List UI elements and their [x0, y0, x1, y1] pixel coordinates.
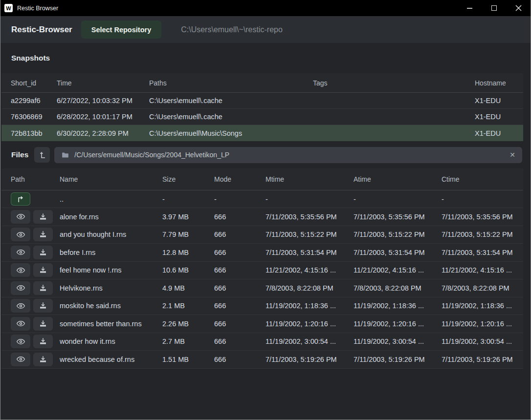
eye-icon: [16, 230, 25, 239]
file-row[interactable]: wrecked because of.rns 1.51 MB 666 7/11/…: [1, 351, 523, 369]
file-mode: 666: [214, 213, 266, 221]
file-atime: 7/11/2003, 5:35:56 PM: [354, 213, 442, 221]
current-path: /C/Users/emuell/Music/Songs/2004_Helveti…: [74, 151, 229, 159]
snapshot-hostname: X1-EDU: [475, 129, 523, 137]
snapshot-time: 6/28/2022, 10:01:17 PM: [57, 113, 149, 121]
file-name: and you thought I.rns: [60, 231, 162, 238]
parent-directory-row[interactable]: .. - - - - -: [1, 190, 523, 208]
eye-icon: [16, 266, 25, 275]
minimize-icon: [467, 8, 472, 9]
file-name: moskito he said.rns: [60, 302, 162, 310]
go-up-button[interactable]: [11, 192, 30, 206]
file-mode: 666: [214, 356, 266, 363]
file-size: 4.9 MB: [162, 284, 214, 292]
snapshot-paths: C:\Users\emuell\.cache: [149, 97, 313, 105]
eye-icon: [16, 283, 25, 293]
file-row[interactable]: wonder how it.rns 2.7 MB 666 11/19/2002,…: [1, 333, 523, 351]
files-column-ctime: Ctime: [442, 175, 523, 183]
files-column-name: Name: [60, 175, 162, 183]
download-icon: [39, 319, 47, 328]
file-mode: 666: [214, 320, 266, 328]
file-row[interactable]: moskito he said.rns 2.1 MB 666 11/19/200…: [1, 297, 523, 315]
file-row[interactable]: and you thought I.rns 7.79 MB 666 7/11/2…: [1, 226, 523, 244]
file-ctime: 11/19/2002, 3:00:54 ...: [442, 337, 523, 345]
file-mode: 666: [214, 266, 266, 274]
preview-file-button[interactable]: [11, 281, 30, 295]
file-atime: 11/19/2002, 3:00:54 ...: [354, 337, 442, 345]
file-atime: 7/11/2003, 5:31:54 PM: [354, 249, 442, 256]
restore-file-button[interactable]: [33, 246, 53, 259]
file-row[interactable]: Helvikone.rns 4.9 MB 666 7/8/2003, 8:22:…: [1, 279, 523, 297]
snapshot-row[interactable]: a2299af6 6/27/2022, 10:03:32 PM C:\Users…: [1, 93, 523, 109]
snapshot-row[interactable]: 72b813bb 6/30/2022, 2:28:09 PM C:\Users\…: [1, 125, 523, 141]
restore-file-button[interactable]: [33, 335, 53, 348]
snapshot-short-id: 72b813bb: [11, 129, 57, 137]
file-size: 2.26 MB: [162, 320, 214, 328]
file-row[interactable]: before I.rns 12.8 MB 666 7/11/2003, 5:31…: [1, 244, 523, 262]
repository-path: C:\Users\emuell\~\restic-repo: [181, 25, 283, 34]
file-size: 10.6 MB: [162, 266, 214, 274]
close-button[interactable]: [506, 0, 531, 16]
download-icon: [39, 248, 47, 257]
file-mtime: 7/11/2003, 5:35:56 PM: [266, 213, 354, 221]
file-atime: 7/11/2003, 5:19:26 PM: [354, 356, 442, 363]
snapshot-time: 6/27/2022, 10:03:32 PM: [57, 97, 149, 105]
preview-file-button[interactable]: [11, 210, 30, 224]
restore-file-button[interactable]: [33, 228, 53, 241]
select-repository-button[interactable]: Select Repository: [81, 21, 162, 39]
app-name: Restic-Browser: [11, 25, 72, 35]
file-mode: 666: [214, 249, 266, 256]
restore-file-button[interactable]: [33, 353, 53, 366]
file-atime: 11/19/2002, 1:20:16 ...: [354, 320, 442, 328]
preview-file-button[interactable]: [11, 335, 30, 348]
file-name: Helvikone.rns: [60, 284, 162, 292]
restore-file-button[interactable]: [33, 299, 53, 313]
download-icon: [39, 355, 47, 364]
file-row[interactable]: feel home now !.rns 10.6 MB 666 11/21/20…: [1, 262, 523, 280]
restore-file-button[interactable]: [33, 317, 53, 331]
file-mode: -: [214, 195, 266, 203]
snapshot-short-id: a2299af6: [11, 97, 57, 105]
download-icon: [39, 337, 47, 346]
snapshot-paths: C:\Users\emuell\Music\Songs: [149, 129, 313, 137]
files-column-path: Path: [11, 175, 60, 183]
restore-file-button[interactable]: [33, 281, 53, 295]
files-header-row: Path Name Size Mode Mtime Atime Ctime: [1, 168, 523, 190]
file-mtime: 7/11/2003, 5:15:22 PM: [266, 231, 354, 238]
file-row[interactable]: sometimes better than.rns 2.26 MB 666 11…: [1, 315, 523, 333]
snapshot-row[interactable]: 76306869 6/28/2022, 10:01:17 PM C:\Users…: [1, 109, 523, 125]
preview-file-button[interactable]: [11, 263, 30, 277]
preview-file-button[interactable]: [11, 228, 30, 241]
restore-file-button[interactable]: [33, 263, 53, 277]
file-atime: 7/8/2003, 8:22:08 PM: [354, 284, 442, 292]
files-column-size: Size: [162, 175, 214, 183]
preview-file-button[interactable]: [11, 317, 30, 331]
file-mtime: 7/8/2003, 8:22:08 PM: [266, 284, 354, 292]
file-size: 7.79 MB: [162, 231, 214, 238]
file-size: 3.97 MB: [162, 213, 214, 221]
file-tree-icon: [38, 150, 47, 160]
eye-icon: [16, 212, 25, 221]
snapshots-column-hostname: Hostname: [475, 79, 523, 87]
snapshots-section-header: Snapshots: [0, 43, 531, 73]
maximize-button[interactable]: [482, 0, 506, 16]
file-atime: -: [354, 195, 442, 203]
file-tree-toggle-button[interactable]: [34, 147, 50, 163]
preview-file-button[interactable]: [11, 246, 30, 259]
file-row[interactable]: alone for.rns 3.97 MB 666 7/11/2003, 5:3…: [1, 208, 523, 226]
preview-file-button[interactable]: [11, 299, 30, 313]
file-ctime: 7/11/2003, 5:35:56 PM: [442, 213, 523, 221]
restore-file-button[interactable]: [33, 210, 53, 224]
file-path-bar[interactable]: /C/Users/emuell/Music/Songs/2004_Helveti…: [54, 147, 522, 163]
file-ctime: 11/21/2002, 4:15:16 ...: [442, 266, 523, 274]
preview-file-button[interactable]: [11, 353, 30, 366]
file-ctime: 7/11/2003, 5:15:22 PM: [442, 231, 523, 238]
snapshot-short-id: 76306869: [11, 113, 57, 121]
clear-path-button[interactable]: ✕: [505, 151, 515, 158]
file-atime: 11/21/2002, 4:15:16 ...: [354, 266, 442, 274]
app-logo-icon: W: [4, 4, 13, 12]
file-ctime: 11/19/2002, 1:20:16 ...: [442, 320, 523, 328]
snapshots-column-tags: Tags: [313, 79, 475, 87]
minimize-button[interactable]: [457, 0, 482, 16]
files-section-header: Files /C/Users/emuell/Music/Songs/2004_H…: [0, 141, 531, 168]
